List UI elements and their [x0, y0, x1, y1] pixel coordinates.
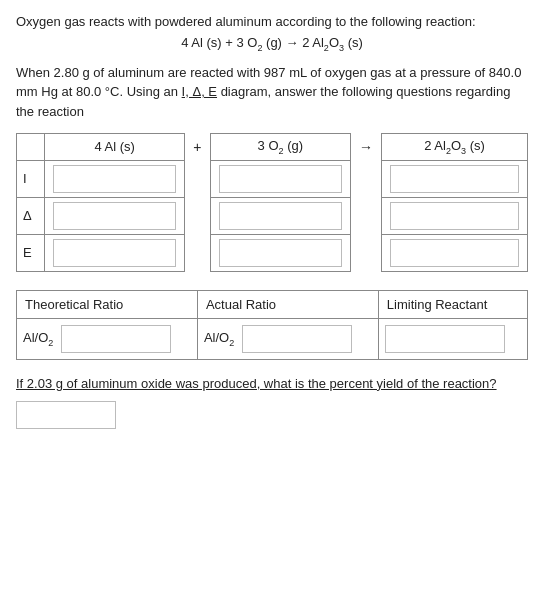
ratio-limiting-cell — [378, 318, 527, 359]
ratio-actual-input[interactable] — [242, 325, 352, 353]
iae-e-al2o3-input[interactable] — [390, 239, 519, 267]
iae-e-arrow — [351, 234, 382, 271]
iae-delta-al2o3-cell — [382, 197, 528, 234]
iae-i-plus — [185, 160, 210, 197]
iae-delta-o2-input[interactable] — [219, 202, 343, 230]
iae-delta-al-input[interactable] — [53, 202, 176, 230]
iae-i-al2o3-cell — [382, 160, 528, 197]
ratio-theoretical-cell: Al/O2 — [17, 318, 198, 359]
iae-row-e: E — [17, 234, 528, 271]
iae-i-al-input[interactable] — [53, 165, 176, 193]
percent-yield-question: If 2.03 g of aluminum oxide was produced… — [16, 374, 528, 394]
ratio-limiting-input[interactable] — [385, 325, 505, 353]
intro-text: Oxygen gas reacts with powdered aluminum… — [16, 14, 528, 29]
ratio-theoretical-header: Theoretical Ratio — [17, 290, 198, 318]
ratio-actual-cell: Al/O2 — [197, 318, 378, 359]
iae-delta-al-cell — [45, 197, 185, 234]
iae-row-i: I — [17, 160, 528, 197]
ratio-theoretical-label: Al/O2 — [23, 330, 53, 348]
problem-text: When 2.80 g of aluminum are reacted with… — [16, 63, 528, 122]
iae-e-al-cell — [45, 234, 185, 271]
iae-al-header: 4 Al (s) — [45, 134, 185, 161]
iae-row-delta: Δ — [17, 197, 528, 234]
iae-i-label: I — [17, 160, 45, 197]
iae-i-o2-input[interactable] — [219, 165, 343, 193]
ratio-theoretical-input[interactable] — [61, 325, 171, 353]
iae-table: 4 Al (s) + 3 O2 (g) → 2 Al2O3 (s) I Δ — [16, 133, 528, 272]
iae-o2-header: 3 O2 (g) — [210, 134, 351, 161]
ratio-table: Theoretical Ratio Actual Ratio Limiting … — [16, 290, 528, 360]
iae-i-o2-cell — [210, 160, 351, 197]
ratio-data-row: Al/O2 Al/O2 — [17, 318, 528, 359]
iae-i-al2o3-input[interactable] — [390, 165, 519, 193]
iae-label-header — [17, 134, 45, 161]
iae-e-al-input[interactable] — [53, 239, 176, 267]
iae-e-al2o3-cell — [382, 234, 528, 271]
iae-e-o2-input[interactable] — [219, 239, 343, 267]
percent-yield-input[interactable] — [16, 401, 116, 429]
iae-delta-al2o3-input[interactable] — [390, 202, 519, 230]
iae-delta-label: Δ — [17, 197, 45, 234]
ratio-actual-label: Al/O2 — [204, 330, 234, 348]
ratio-actual-header: Actual Ratio — [197, 290, 378, 318]
iae-e-label: E — [17, 234, 45, 271]
iae-delta-o2-cell — [210, 197, 351, 234]
iae-arrow: → — [351, 134, 382, 161]
iae-e-plus — [185, 234, 210, 271]
reaction-equation: 4 Al (s) + 3 O2 (g) → 2 Al2O3 (s) — [16, 35, 528, 53]
iae-delta-arrow — [351, 197, 382, 234]
iae-i-al-cell — [45, 160, 185, 197]
iae-i-arrow — [351, 160, 382, 197]
iae-al2o3-header: 2 Al2O3 (s) — [382, 134, 528, 161]
iae-e-o2-cell — [210, 234, 351, 271]
iae-delta-plus — [185, 197, 210, 234]
ratio-limiting-header: Limiting Reactant — [378, 290, 527, 318]
iae-plus: + — [185, 134, 210, 161]
